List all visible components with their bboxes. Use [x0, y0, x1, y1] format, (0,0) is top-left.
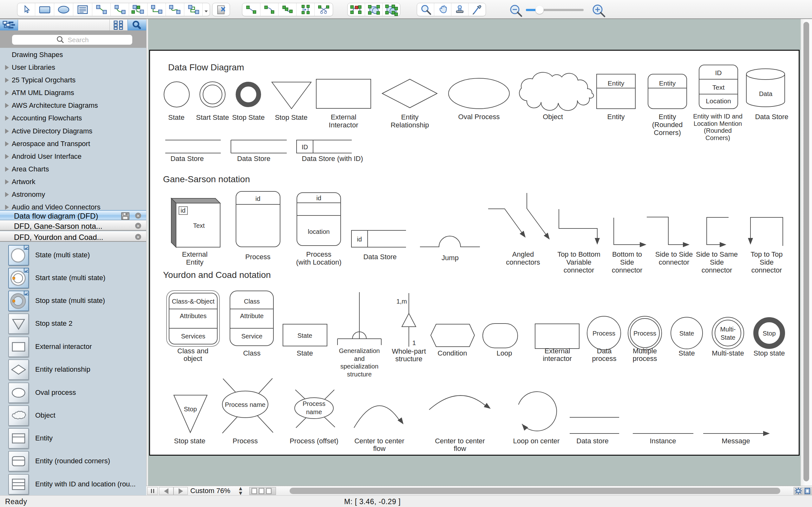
- svg-text:ID: ID: [715, 69, 722, 76]
- svg-text:connector: connector: [564, 266, 595, 274]
- svg-text:External: External: [331, 113, 357, 121]
- svg-text:Gane-Sarson notation: Gane-Sarson notation: [163, 174, 250, 184]
- svg-text:Data Flow Diagram: Data Flow Diagram: [168, 62, 244, 72]
- svg-text:Process: Process: [233, 437, 258, 445]
- svg-text:Jump: Jump: [442, 254, 459, 262]
- svg-text:Loop on center: Loop on center: [513, 437, 560, 445]
- svg-text:Angled: Angled: [512, 250, 534, 258]
- svg-text:connector: connector: [612, 266, 643, 274]
- svg-text:id: id: [316, 194, 321, 202]
- svg-text:Side: Side: [710, 258, 724, 266]
- svg-text:Generalization: Generalization: [339, 347, 380, 354]
- svg-text:Process: Process: [306, 250, 331, 258]
- svg-text:Entity: Entity: [658, 113, 676, 121]
- svg-text:Stop State: Stop State: [232, 113, 265, 121]
- svg-text:State: State: [168, 113, 184, 121]
- svg-text:Data store: Data store: [576, 437, 609, 445]
- svg-text:Multi-: Multi-: [720, 326, 736, 333]
- svg-text:Top to Bottom: Top to Bottom: [557, 250, 600, 258]
- svg-text:(Rounded: (Rounded: [652, 121, 683, 129]
- svg-text:Service: Service: [241, 333, 263, 340]
- svg-text:Entity: Entity: [401, 113, 418, 121]
- svg-text:Corners): Corners): [705, 134, 730, 141]
- svg-text:Oval Process: Oval Process: [458, 113, 500, 121]
- svg-text:External: External: [182, 250, 208, 258]
- svg-text:process: process: [592, 354, 616, 362]
- svg-text:Data: Data: [759, 90, 773, 97]
- svg-text:name: name: [306, 408, 322, 415]
- svg-text:Side to Same: Side to Same: [696, 250, 738, 258]
- svg-text:Data Store: Data Store: [170, 155, 204, 163]
- svg-text:Stop: Stop: [184, 406, 197, 412]
- svg-text:Multiple: Multiple: [633, 347, 657, 355]
- svg-text:Location: Location: [706, 97, 731, 105]
- svg-text:Yourdon and Coad notation: Yourdon and Coad notation: [163, 270, 271, 280]
- svg-text:Location Mention: Location Mention: [694, 120, 742, 127]
- svg-text:Side: Side: [760, 258, 774, 266]
- svg-text:object: object: [184, 354, 202, 362]
- svg-text:State: State: [298, 332, 312, 339]
- svg-text:Start State: Start State: [196, 113, 229, 121]
- svg-text:Entity: Entity: [659, 79, 676, 87]
- svg-text:specialization: specialization: [340, 363, 378, 370]
- svg-text:Process: Process: [633, 330, 656, 337]
- svg-text:Stop: Stop: [763, 330, 775, 337]
- svg-text:connectors: connectors: [506, 258, 540, 266]
- svg-text:Text: Text: [193, 222, 205, 229]
- svg-text:structure: structure: [395, 355, 422, 363]
- svg-text:Top to Top: Top to Top: [751, 250, 782, 258]
- svg-text:Class and: Class and: [177, 347, 208, 355]
- svg-text:Class: Class: [243, 349, 260, 357]
- svg-text:Variable: Variable: [566, 258, 591, 266]
- svg-text:Whole-part: Whole-part: [392, 347, 426, 355]
- svg-text:Data Store: Data Store: [755, 113, 788, 121]
- svg-text:Class-&-Object: Class-&-Object: [172, 298, 215, 305]
- svg-text:Process: Process: [593, 330, 615, 337]
- svg-text:structure: structure: [347, 371, 372, 378]
- svg-text:Interactor: Interactor: [329, 121, 358, 129]
- svg-text:State: State: [721, 334, 735, 341]
- svg-text:Attributes: Attributes: [180, 313, 206, 320]
- svg-text:connector: connector: [751, 266, 782, 274]
- svg-text:Entity with ID and: Entity with ID and: [693, 113, 743, 120]
- svg-text:Entity: Entity: [186, 258, 203, 266]
- svg-text:Instance: Instance: [650, 437, 676, 445]
- svg-text:Process name: Process name: [225, 401, 265, 408]
- svg-text:Relationship: Relationship: [391, 121, 429, 129]
- svg-text:Data Store: Data Store: [237, 155, 270, 163]
- svg-text:Process: Process: [245, 253, 270, 261]
- svg-text:Side: Side: [620, 258, 634, 266]
- svg-text:Class: Class: [244, 298, 260, 305]
- svg-text:Text: Text: [712, 83, 725, 91]
- svg-text:External: External: [545, 347, 570, 355]
- svg-text:Stop State: Stop State: [275, 113, 308, 121]
- svg-text:id: id: [255, 195, 260, 202]
- svg-text:State: State: [679, 330, 694, 337]
- svg-text:location: location: [308, 228, 330, 235]
- svg-text:1,m: 1,m: [397, 298, 407, 305]
- svg-text:Object: Object: [543, 113, 563, 121]
- svg-text:Stop state: Stop state: [753, 349, 785, 357]
- svg-text:Data: Data: [597, 347, 612, 355]
- svg-text:flow: flow: [373, 445, 386, 452]
- svg-text:Bottom to: Bottom to: [612, 250, 642, 258]
- svg-text:Entity: Entity: [607, 113, 624, 121]
- svg-text:Attribute: Attribute: [240, 313, 264, 320]
- svg-text:Condition: Condition: [438, 349, 467, 357]
- svg-text:Stop state: Stop state: [174, 437, 205, 445]
- svg-text:Data Store: Data Store: [363, 253, 397, 261]
- svg-text:Services: Services: [181, 333, 206, 340]
- svg-text:Message: Message: [722, 437, 750, 445]
- svg-text:State: State: [678, 349, 695, 357]
- svg-text:Process: Process: [303, 400, 325, 407]
- svg-text:ID: ID: [302, 144, 308, 151]
- svg-text:Center to center: Center to center: [435, 437, 485, 445]
- svg-text:Multi-state: Multi-state: [712, 349, 744, 357]
- svg-text:connector: connector: [659, 258, 690, 266]
- svg-text:(Rounded: (Rounded: [704, 127, 732, 134]
- svg-text:Data Store (with ID): Data Store (with ID): [302, 155, 363, 163]
- svg-text:flow: flow: [454, 445, 466, 452]
- svg-text:and: and: [354, 355, 364, 362]
- svg-text:Loop: Loop: [497, 349, 512, 357]
- svg-text:process: process: [632, 354, 657, 362]
